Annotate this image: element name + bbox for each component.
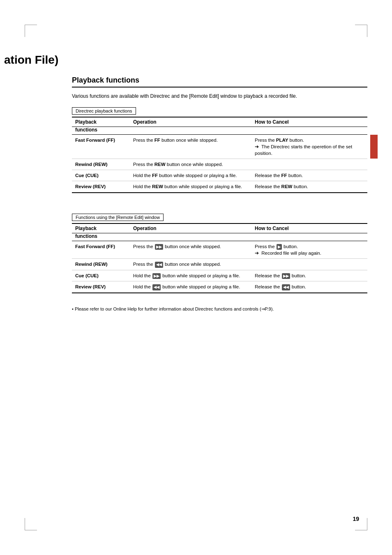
cell-cancel: Release the FF button. [251, 170, 367, 181]
col-playback-header1: Playback [72, 117, 130, 127]
cell-cancel: Release the ▶▶ button. [251, 270, 367, 281]
cell-operation: Press the REW button once while stopped. [130, 159, 251, 170]
col-playback-header2: Playback [72, 223, 130, 233]
cell-cancel: Press the ▶ button. ➔ Recorded file will… [251, 241, 367, 259]
table-header-row1: Playback Operation How to Cancel [72, 117, 367, 127]
table-row: Review (REV) Hold the REW button while s… [72, 181, 367, 193]
corner-mark-tr [355, 25, 367, 37]
cell-playback: Rewind (REW) [72, 259, 130, 270]
remote-edit-table: Playback Operation How to Cancel functio… [72, 223, 367, 293]
cell-cancel [251, 259, 367, 270]
col-operation-header2: Operation [130, 223, 251, 233]
cell-operation: Press the FF button once while stopped. [130, 135, 251, 159]
col-cancel-header2b [251, 233, 367, 241]
cell-operation: Press the ◀◀ button once while stopped. [130, 259, 251, 270]
col-op-header2b [130, 233, 251, 241]
cell-playback: Fast Forward (FF) [72, 241, 130, 259]
cell-playback: Fast Forward (FF) [72, 135, 130, 159]
col-cancel-header1b [251, 127, 367, 135]
corner-mark-tl [25, 25, 37, 37]
table-row: Rewind (REW) Press the ◀◀ button once wh… [72, 259, 367, 270]
corner-mark-bl [25, 518, 37, 530]
remote-edit-table-section: Functions using the [Remote Edit] window… [72, 214, 367, 293]
cell-operation: Hold the FF button while stopped or play… [130, 170, 251, 181]
cell-operation: Press the ▶▶ button once while stopped. [130, 241, 251, 259]
remote-edit-table-label: Functions using the [Remote Edit] window [72, 214, 164, 221]
table-row: Cue (CUE) Hold the ▶▶ button while stopp… [72, 270, 367, 281]
cell-cancel: Release the ◀◀ button. [251, 281, 367, 293]
cell-cancel: Release the REW button. [251, 181, 367, 193]
cell-playback: Review (REV) [72, 281, 130, 293]
cell-operation: Hold the REW button while stopped or pla… [130, 181, 251, 193]
table-row: Rewind (REW) Press the REW button once w… [72, 159, 367, 170]
section-heading: Playback functions [72, 76, 367, 88]
cell-cancel [251, 159, 367, 170]
col-operation-header1: Operation [130, 117, 251, 127]
cell-operation: Hold the ▶▶ button while stopped or play… [130, 270, 251, 281]
cell-playback: Rewind (REW) [72, 159, 130, 170]
cell-operation: Hold the ◀◀ button while stopped or play… [130, 281, 251, 293]
page-title: ation File) [0, 53, 58, 67]
table-row: Review (REV) Hold the ◀◀ button while st… [72, 281, 367, 293]
col-cancel-header2: How to Cancel [251, 223, 367, 233]
table-header-row2: functions [72, 127, 367, 135]
directrec-table-label: Directrec playback functions [72, 107, 136, 115]
cell-cancel: Press the PLAY button. ➔ The Directrec s… [251, 135, 367, 159]
note-section: • Please refer to our Online Help for fu… [72, 306, 367, 313]
col-playback-header1b: functions [72, 127, 130, 135]
table-row: Cue (CUE) Hold the FF button while stopp… [72, 170, 367, 181]
table-row: Fast Forward (FF) Press the FF button on… [72, 135, 367, 159]
intro-text: Various functions are available with Dir… [72, 92, 367, 100]
col-op-header1b [130, 127, 251, 135]
remote-table-header-row1: Playback Operation How to Cancel [72, 223, 367, 233]
col-cancel-header1: How to Cancel [251, 117, 367, 127]
directrec-table: Playback Operation How to Cancel functio… [72, 117, 367, 193]
directrec-table-section: Directrec playback functions Playback Op… [72, 107, 367, 193]
main-content: Playback functions Various functions are… [72, 70, 367, 313]
cell-playback: Review (REV) [72, 181, 130, 193]
page: ation File) Playback functions Various f… [0, 0, 392, 555]
table-row: Fast Forward (FF) Press the ▶▶ button on… [72, 241, 367, 259]
remote-table-header-row2: functions [72, 233, 367, 241]
page-number: 19 [353, 516, 359, 522]
col-playback-header2b: functions [72, 233, 130, 241]
cell-playback: Cue (CUE) [72, 270, 130, 281]
cell-playback: Cue (CUE) [72, 170, 130, 181]
